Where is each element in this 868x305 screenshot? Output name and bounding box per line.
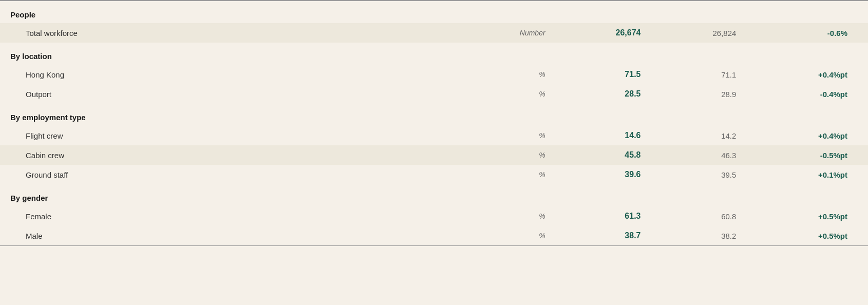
row-unit: % [478,65,556,84]
section-header-by-location: By location [0,43,868,65]
row-change-value: +0.1%pt [746,165,868,184]
table-row: Cabin crew % 45.8 46.3 -0.5%pt [0,145,868,165]
row-previous-value: 46.3 [651,145,747,165]
section-header-label: People [0,1,868,23]
section-header-by-employment-type: By employment type [0,104,868,126]
row-current-value: 38.7 [556,226,651,246]
table-row: Flight crew % 14.6 14.2 +0.4%pt [0,126,868,145]
row-label: Female [0,206,478,226]
row-unit: % [478,126,556,145]
row-label: Outport [0,84,478,104]
row-change-value: +0.4%pt [746,65,868,84]
row-current-value: 28.5 [556,84,651,104]
row-current-value: 61.3 [556,206,651,226]
row-change-value: +0.5%pt [746,226,868,246]
table-row: Hong Kong % 71.5 71.1 +0.4%pt [0,65,868,84]
section-header-label: By gender [0,184,868,206]
row-unit: % [478,206,556,226]
row-current-value: 39.6 [556,165,651,184]
row-label: Total workforce [0,23,478,43]
row-label: Ground staff [0,165,478,184]
row-unit: % [478,84,556,104]
row-current-value: 26,674 [556,23,651,43]
row-current-value: 14.6 [556,126,651,145]
row-previous-value: 28.9 [651,84,747,104]
row-previous-value: 60.8 [651,206,747,226]
workforce-table-container: People Total workforce Number 26,674 26,… [0,0,868,246]
section-header-by-gender: By gender [0,184,868,206]
section-header-label: By location [0,43,868,65]
row-label: Cabin crew [0,145,478,165]
row-previous-value: 38.2 [651,226,747,246]
row-change-value: +0.4%pt [746,126,868,145]
row-label: Male [0,226,478,246]
row-label: Hong Kong [0,65,478,84]
section-header-people: People [0,1,868,23]
row-label: Flight crew [0,126,478,145]
row-change-value: -0.6% [746,23,868,43]
table-row: Male % 38.7 38.2 +0.5%pt [0,226,868,246]
row-unit: Number [478,23,556,43]
row-previous-value: 71.1 [651,65,747,84]
row-unit: % [478,145,556,165]
row-previous-value: 26,824 [651,23,747,43]
row-current-value: 45.8 [556,145,651,165]
table-row: Female % 61.3 60.8 +0.5%pt [0,206,868,226]
row-change-value: +0.5%pt [746,206,868,226]
row-current-value: 71.5 [556,65,651,84]
section-header-label: By employment type [0,104,868,126]
table-row: Outport % 28.5 28.9 -0.4%pt [0,84,868,104]
workforce-table: People Total workforce Number 26,674 26,… [0,0,868,246]
table-row: Total workforce Number 26,674 26,824 -0.… [0,23,868,43]
row-unit: % [478,165,556,184]
row-previous-value: 14.2 [651,126,747,145]
row-change-value: -0.5%pt [746,145,868,165]
row-unit: % [478,226,556,246]
table-row: Ground staff % 39.6 39.5 +0.1%pt [0,165,868,184]
row-previous-value: 39.5 [651,165,747,184]
row-change-value: -0.4%pt [746,84,868,104]
